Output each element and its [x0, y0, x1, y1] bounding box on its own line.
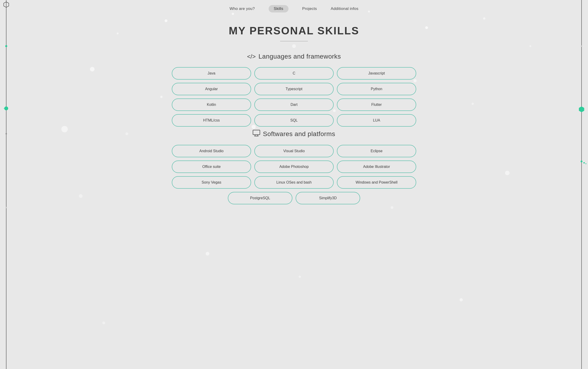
- svg-point-10: [581, 161, 582, 162]
- svg-rect-36: [253, 130, 260, 135]
- nav-who-are-you[interactable]: Who are you?: [230, 6, 255, 11]
- svg-point-20: [529, 45, 531, 47]
- page-title: MY PERSONAL SKILLS: [172, 24, 416, 37]
- skill-android-studio: Android Studio: [172, 145, 251, 157]
- svg-point-18: [425, 26, 428, 29]
- svg-point-9: [581, 45, 582, 47]
- svg-point-22: [61, 126, 68, 132]
- softwares-header: Softwares and platforms: [172, 130, 416, 138]
- nav-additional-infos[interactable]: Additional infos: [331, 6, 358, 11]
- skill-visual-studio: Visual Studio: [254, 145, 334, 157]
- title-divider: [280, 41, 308, 41]
- svg-marker-8: [579, 107, 584, 112]
- main-content: MY PERSONAL SKILLS </> Languages and fra…: [167, 18, 421, 230]
- nav-skills[interactable]: Skills: [269, 5, 288, 12]
- svg-point-32: [206, 252, 209, 256]
- svg-point-12: [586, 163, 586, 164]
- skill-kotlin: Kotlin: [172, 99, 251, 111]
- skill-office-suite: Office suite: [172, 161, 251, 173]
- skill-eclipse: Eclipse: [337, 145, 416, 157]
- navigation: Who are you? Skills Projects Additional …: [0, 0, 588, 18]
- svg-point-2: [5, 45, 7, 47]
- svg-point-19: [483, 17, 485, 20]
- svg-point-26: [472, 103, 474, 105]
- softwares-grid-bottom: PostgreSQL Simplify3D: [172, 192, 416, 204]
- languages-section: </> Languages and frameworks Java C Java…: [172, 53, 416, 127]
- softwares-title: Softwares and platforms: [263, 130, 335, 138]
- languages-header: </> Languages and frameworks: [172, 53, 416, 60]
- svg-point-23: [125, 132, 128, 135]
- skill-lua: LUA: [337, 114, 416, 127]
- skill-html-css: HTML/css: [172, 114, 251, 127]
- skill-flutter: Flutter: [337, 99, 416, 111]
- skill-adobe-photoshop: Adobe Photoshop: [254, 161, 334, 173]
- nav-projects[interactable]: Projects: [302, 6, 317, 11]
- skill-sql: SQL: [254, 114, 334, 127]
- skill-dart: Dart: [254, 99, 334, 111]
- languages-title: Languages and frameworks: [258, 53, 341, 60]
- languages-grid: Java C Javascript Angular Typescript Pyt…: [172, 67, 416, 127]
- skill-python: Python: [337, 83, 416, 95]
- svg-point-3: [4, 107, 8, 110]
- skill-javascript: Javascript: [337, 67, 416, 80]
- svg-point-30: [505, 171, 510, 175]
- skill-c: C: [254, 67, 334, 80]
- svg-point-34: [460, 298, 463, 301]
- skill-windows-powershell: Windows and PowerShell: [337, 176, 416, 189]
- right-decoration: [575, 0, 588, 369]
- code-icon: </>: [247, 53, 256, 60]
- svg-point-35: [102, 321, 105, 324]
- softwares-grid: Android Studio Visual Studio Eclipse Off…: [172, 145, 416, 189]
- svg-point-4: [6, 133, 7, 134]
- skill-adobe-illustrator: Adobe Illustrator: [337, 161, 416, 173]
- svg-point-5: [6, 207, 7, 208]
- left-decoration: [0, 0, 13, 369]
- skill-postgresql: PostgreSQL: [228, 192, 292, 204]
- skill-java: Java: [172, 67, 251, 80]
- svg-point-11: [583, 162, 585, 164]
- softwares-section: Softwares and platforms Android Studio V…: [172, 130, 416, 204]
- skill-linux-oses: Linux OSes and bash: [254, 176, 334, 189]
- svg-point-33: [299, 276, 301, 278]
- skill-typescript: Typescript: [254, 83, 334, 95]
- skill-angular: Angular: [172, 83, 251, 95]
- skill-simplify3d: Simplify3D: [296, 192, 360, 204]
- skill-sony-vegas: Sony Vegas: [172, 176, 251, 189]
- svg-point-14: [117, 32, 119, 34]
- monitor-icon: [253, 130, 260, 138]
- svg-point-29: [79, 194, 82, 198]
- svg-point-21: [90, 67, 94, 72]
- svg-point-24: [160, 96, 162, 98]
